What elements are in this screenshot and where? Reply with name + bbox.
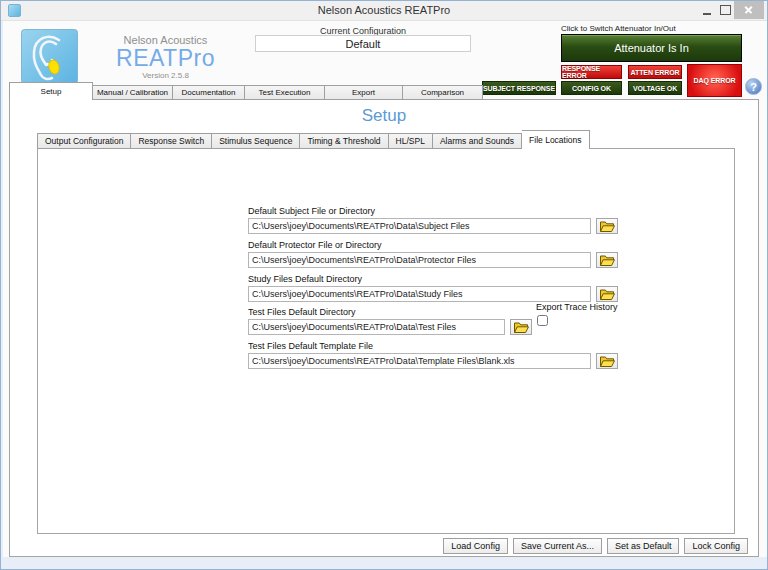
config-footer-buttons: Load Config Save Current As... Set as De… xyxy=(443,538,748,554)
brand-block: Nelson Acoustics REATPro Version 2.5.8 xyxy=(93,34,238,80)
lock-config-button[interactable]: Lock Config xyxy=(684,538,748,554)
field-test-files-directory: Test Files Default Directory xyxy=(248,307,532,335)
subtab-timing-threshold[interactable]: Timing & Threshold xyxy=(300,133,388,149)
minimize-button[interactable] xyxy=(698,1,716,19)
test-files-directory-input[interactable] xyxy=(248,319,505,335)
app-body: Nelson Acoustics REATPro Version 2.5.8 C… xyxy=(3,21,767,557)
config-ok-badge: CONFIG OK xyxy=(561,81,622,95)
default-protector-file-input[interactable] xyxy=(248,252,591,268)
open-folder-icon xyxy=(600,356,615,367)
export-trace-group: Export Trace History xyxy=(536,302,618,330)
open-folder-icon xyxy=(600,221,615,232)
default-subject-file-input[interactable] xyxy=(248,218,591,234)
open-folder-icon xyxy=(600,255,615,266)
help-icon[interactable]: ? xyxy=(745,78,762,95)
tab-test-execution[interactable]: Test Execution xyxy=(245,85,325,100)
setup-sub-tab-bar: Output Configuration Response Switch Sti… xyxy=(37,130,590,149)
current-configuration-value[interactable] xyxy=(255,35,471,52)
maximize-icon xyxy=(720,5,731,15)
field-template-file: Test Files Default Template File xyxy=(248,341,618,369)
subtab-file-locations[interactable]: File Locations xyxy=(522,130,589,149)
browse-test-files-button[interactable] xyxy=(510,319,532,335)
attenuator-toggle-button[interactable]: Attenuator Is In xyxy=(561,34,742,62)
product-name: REATPro xyxy=(93,46,238,70)
field-study-files: Study Files Default Directory xyxy=(248,274,618,302)
page-title: Setup xyxy=(10,106,758,126)
subtab-output-configuration[interactable]: Output Configuration xyxy=(37,133,131,149)
load-config-button[interactable]: Load Config xyxy=(443,538,508,554)
voltage-ok-badge: VOLTAGE OK xyxy=(628,81,682,95)
export-trace-label: Export Trace History xyxy=(536,302,618,312)
field-default-subject: Default Subject File or Directory xyxy=(248,206,618,234)
open-folder-icon xyxy=(514,322,529,333)
maximize-button[interactable] xyxy=(716,1,734,19)
tab-comparison[interactable]: Comparison xyxy=(403,85,483,100)
field-label: Default Subject File or Directory xyxy=(248,206,618,216)
file-locations-panel: Default Subject File or Directory Defaul… xyxy=(37,148,735,534)
response-error-badge: RESPONSE ERROR xyxy=(561,65,622,79)
subtab-hl-spl[interactable]: HL/SPL xyxy=(389,133,433,149)
open-folder-icon xyxy=(600,289,615,300)
main-tab-bar: Setup Manual / Calibration Documentation… xyxy=(9,82,483,100)
field-label: Default Protector File or Directory xyxy=(248,240,618,250)
titlebar: Nelson Acoustics REATPro xyxy=(1,1,767,21)
field-default-protector: Default Protector File or Directory xyxy=(248,240,618,268)
save-current-as-button[interactable]: Save Current As... xyxy=(513,538,602,554)
daq-error-badge: DAQ ERROR xyxy=(687,64,742,97)
subtab-response-switch[interactable]: Response Switch xyxy=(131,133,212,149)
app-window: Nelson Acoustics REATPro xyxy=(0,0,768,570)
subtab-alarms-and-sounds[interactable]: Alarms and Sounds xyxy=(433,133,522,149)
subtab-stimulus-sequence[interactable]: Stimulus Sequence xyxy=(212,133,300,149)
subject-response-badge: SUBJECT RESPONSE xyxy=(482,81,556,95)
set-as-default-button[interactable]: Set as Default xyxy=(607,538,680,554)
tab-export[interactable]: Export xyxy=(325,85,403,100)
version-label: Version 2.5.8 xyxy=(93,71,238,80)
close-button[interactable] xyxy=(734,1,764,19)
export-trace-checkbox[interactable] xyxy=(537,315,548,326)
field-label: Test Files Default Template File xyxy=(248,341,618,351)
test-files-template-input[interactable] xyxy=(248,353,591,369)
attenuator-caption: Click to Switch Attenuator In/Out xyxy=(561,24,676,33)
atten-error-badge: ATTEN ERROR xyxy=(628,65,682,79)
window-controls xyxy=(698,1,764,20)
browse-protector-files-button[interactable] xyxy=(596,252,618,268)
minimize-icon xyxy=(703,13,711,15)
browse-subject-files-button[interactable] xyxy=(596,218,618,234)
setup-panel: Setup Output Configuration Response Swit… xyxy=(9,99,759,557)
browse-study-files-button[interactable] xyxy=(596,286,618,302)
field-label: Test Files Default Directory xyxy=(248,307,532,317)
study-files-directory-input[interactable] xyxy=(248,286,591,302)
field-label: Study Files Default Directory xyxy=(248,274,618,284)
ear-logo xyxy=(21,29,78,84)
tab-manual-calibration[interactable]: Manual / Calibration xyxy=(93,85,173,100)
window-title: Nelson Acoustics REATPro xyxy=(1,4,767,16)
tab-setup[interactable]: Setup xyxy=(9,82,93,100)
tab-documentation[interactable]: Documentation xyxy=(173,85,245,100)
browse-template-file-button[interactable] xyxy=(596,353,618,369)
